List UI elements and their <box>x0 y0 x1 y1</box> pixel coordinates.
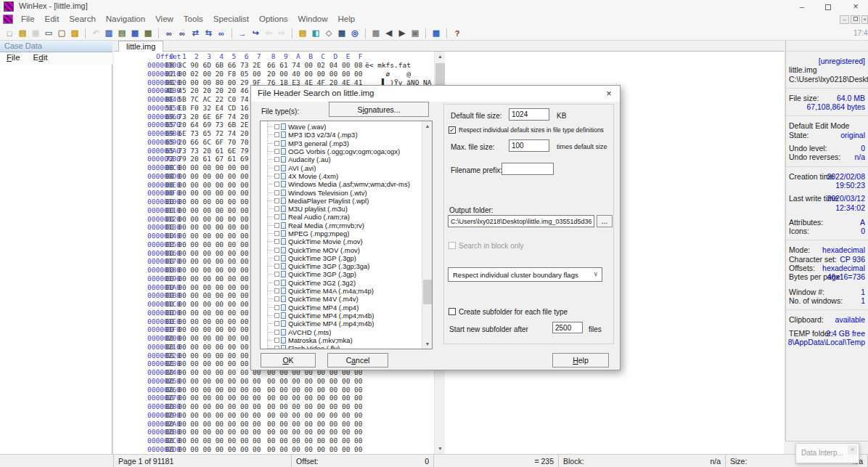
new-folder-icon[interactable]: ▧ <box>68 28 81 39</box>
file-type-checkbox[interactable] <box>274 157 279 162</box>
goto-offset-icon[interactable]: → <box>236 28 249 39</box>
menu-tools[interactable]: Tools <box>179 13 208 25</box>
menu-help[interactable]: Help <box>332 13 360 25</box>
file-type-item[interactable]: AVI (.avi) <box>261 163 422 171</box>
file-type-item[interactable]: QuickTime M4V (.m4v) <box>261 295 422 303</box>
close-button[interactable]: × <box>843 0 868 13</box>
list-scroll-up-icon[interactable]: ▲ <box>422 121 433 131</box>
file-type-checkbox[interactable] <box>274 346 279 349</box>
default-size-input[interactable] <box>509 108 549 121</box>
create-subfolder-checkbox[interactable] <box>449 308 456 315</box>
hex-bytes-left[interactable]: 00 00 00 00 00 00 00 00 <box>165 445 261 453</box>
data-interpreter-window[interactable]: Data Interp... × <box>795 443 859 463</box>
ok-button[interactable]: OK <box>261 353 316 367</box>
file-type-label[interactable]: QuickTime 3G2 (.3g2) <box>288 279 356 287</box>
hex-bytes-left[interactable]: 00 00 00 00 00 00 00 00 <box>165 377 261 385</box>
hex-bytes-left[interactable]: 00 00 00 00 00 00 00 <box>165 257 248 265</box>
file-type-checkbox[interactable] <box>274 321 279 326</box>
dialog-close-icon[interactable]: × <box>598 86 620 102</box>
file-type-label[interactable]: Audacity (.au) <box>288 155 331 163</box>
new-file-icon[interactable]: □ <box>3 28 16 39</box>
file-type-checkbox[interactable] <box>274 166 279 171</box>
preview-icon[interactable]: ◎ <box>348 28 361 39</box>
data-interpreter-title[interactable]: Data Interp... <box>801 449 843 457</box>
hex-bytes-left[interactable]: 00 00 00 00 00 00 00 <box>165 275 248 283</box>
replace-text-icon[interactable]: ⇄ <box>189 28 202 39</box>
next-position-icon[interactable]: ▶ <box>396 28 409 39</box>
hex-bytes-left[interactable]: 00 00 00 00 00 00 00 <box>165 249 248 257</box>
hex-bytes-left[interactable]: 00 00 00 00 00 00 00 <box>165 283 248 291</box>
file-type-checkbox[interactable] <box>274 206 279 211</box>
file-type-list[interactable]: Wave (.wav)MP3 ID3 v2/3/4 (.mp3)MP3 gene… <box>260 121 433 349</box>
hex-bytes-right[interactable]: 00 00 00 00 00 00 00 00 <box>267 445 363 453</box>
hex-bytes-left[interactable]: 00 00 00 00 00 00 00 00 <box>165 394 261 402</box>
file-type-label[interactable]: Real Audio (.ram;ra) <box>288 213 350 221</box>
find-hex-icon[interactable]: ∞ <box>176 28 189 39</box>
file-type-item[interactable]: Wave (.wav) <box>261 123 422 131</box>
previous-position-icon[interactable]: ◀ <box>382 28 396 39</box>
file-type-item[interactable]: QuickTime Movie (.mov) <box>261 237 422 245</box>
hex-bytes-right[interactable]: 66 61 74 00 02 04 00 08 <box>267 61 363 69</box>
document-menu-icon[interactable] <box>3 15 13 24</box>
file-type-label[interactable]: QuickTime M4A (.m4a;m4p) <box>288 287 374 295</box>
hex-bytes-left[interactable]: 00 00 00 00 00 00 00 <box>165 334 248 342</box>
mdi-restore-button[interactable] <box>851 15 860 24</box>
hex-bytes-left[interactable]: 00 00 00 00 00 00 00 <box>165 232 248 240</box>
hex-bytes-left[interactable]: 69 73 20 6E 6F 74 20 <box>165 113 248 121</box>
case-data-menu-edit[interactable]: Edit <box>27 52 54 62</box>
wipe-icon[interactable]: ◇ <box>322 28 335 39</box>
file-type-item[interactable]: QuickTime 3GP (.3gp) <box>261 254 422 262</box>
file-type-label[interactable]: QuickTime MP4 (.mp4) <box>288 304 359 312</box>
file-type-item[interactable]: QuickTime MP4 (.mp4) <box>261 304 422 312</box>
restore-button[interactable] <box>816 0 840 13</box>
menu-edit[interactable]: Edit <box>40 13 65 25</box>
hex-bytes-left[interactable]: 00 00 00 00 00 00 00 <box>165 163 248 171</box>
properties-icon[interactable]: ▢ <box>55 28 68 39</box>
file-type-item[interactable]: QuickTime 3GP (.3gp) <box>261 270 422 278</box>
file-type-checkbox[interactable] <box>274 174 279 179</box>
hex-bytes-right[interactable]: 00 00 00 00 00 00 00 00 <box>267 411 363 419</box>
hex-bytes-left[interactable]: 00 00 00 00 00 00 00 <box>165 223 248 231</box>
screenshot-icon[interactable]: ▣ <box>409 28 422 39</box>
file-type-checkbox[interactable] <box>274 141 279 146</box>
file-type-item[interactable]: QuickTime M4A (.m4a;m4p) <box>261 287 422 295</box>
create-subfolder-label[interactable]: Create subfolder for each file type <box>459 308 568 316</box>
hex-bytes-left[interactable]: EB 3C 90 6D 6B 66 73 2E <box>165 61 261 69</box>
copy-icon[interactable]: ▥ <box>102 28 115 39</box>
browse-button[interactable]: ... <box>597 215 613 227</box>
hex-bytes-left[interactable]: 00 00 00 00 00 00 00 <box>165 343 248 351</box>
file-type-label[interactable]: QuickTime MP4 (.mp4;m4b) <box>288 312 374 320</box>
file-type-item[interactable]: Windows Television (.wtv) <box>261 188 422 196</box>
file-type-item[interactable]: MediaPlayer Playlist (.wpl) <box>261 197 422 205</box>
hex-bytes-left[interactable]: 00 00 00 00 00 00 00 00 <box>165 402 261 410</box>
hex-ascii[interactable]: ë< mkfs.fat <box>365 61 411 69</box>
replace-hex-icon[interactable]: ⇆ <box>202 28 215 39</box>
hex-bytes-left[interactable]: 00 00 00 00 00 00 00 00 <box>165 428 261 436</box>
file-type-item[interactable]: QuickTime 3GP (.3gp;3ga) <box>261 262 422 270</box>
hex-bytes-right[interactable]: 00 00 00 00 00 00 00 00 <box>267 428 363 436</box>
file-type-checkbox[interactable] <box>274 313 279 318</box>
file-type-item[interactable]: OGG Vorbis (.ogg;ogv;ogm;oga;ogx) <box>261 147 422 155</box>
hex-bytes-left[interactable]: 5E EB F0 32 E4 CD 16 <box>165 104 248 112</box>
file-type-item[interactable]: QuickTime MP4 (.mp4;m4b) <box>261 320 422 328</box>
output-folder-input[interactable] <box>448 215 594 227</box>
start-subfolder-input[interactable] <box>552 322 583 333</box>
hex-bytes-left[interactable]: 00 00 00 00 00 00 00 <box>165 317 248 325</box>
data-interpreter-icon[interactable]: ▦ <box>430 28 443 39</box>
file-type-label[interactable]: AVCHD (.mts) <box>288 328 331 336</box>
file-type-checkbox[interactable] <box>274 182 279 187</box>
hex-bytes-left[interactable]: 00 00 00 00 00 00 00 00 <box>165 420 261 428</box>
file-type-label[interactable]: QuickTime Movie (.mov) <box>288 237 363 245</box>
hex-bytes-right[interactable]: 20 00 40 00 00 00 00 00 <box>267 70 363 78</box>
hex-bytes-left[interactable]: 00 00 00 00 00 00 00 <box>165 325 248 333</box>
filename-prefix-input[interactable] <box>501 163 554 175</box>
find-text-icon[interactable]: ∞ <box>163 28 176 39</box>
file-type-item[interactable]: QuickTime 3G2 (.3g2) <box>261 279 422 287</box>
case-data-menu-file[interactable]: File <box>0 52 27 62</box>
file-type-checkbox[interactable] <box>274 288 279 293</box>
file-type-checkbox[interactable] <box>274 198 279 203</box>
file-type-item[interactable]: QuickTime MOV (.mov) <box>261 245 422 253</box>
hex-bytes-left[interactable]: 65 20 64 69 73 6B 2E <box>165 121 248 129</box>
ram-editor-icon[interactable]: ▦ <box>335 28 348 39</box>
hex-bytes-right[interactable]: 00 00 00 00 00 00 00 00 <box>267 386 363 394</box>
